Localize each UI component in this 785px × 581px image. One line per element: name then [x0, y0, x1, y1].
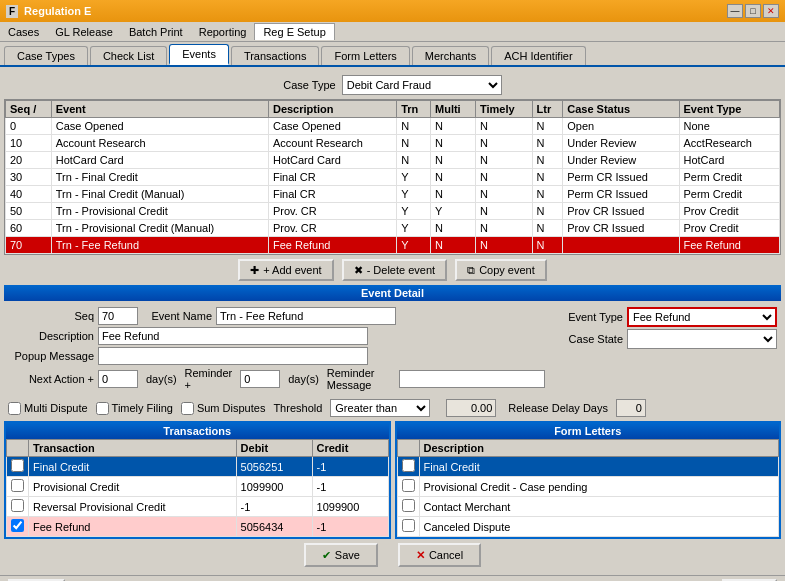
cell-trn: Y [397, 203, 431, 220]
multi-dispute-checkbox[interactable] [8, 402, 21, 415]
cell-case-status: Prov CR Issued [563, 220, 679, 237]
table-row[interactable]: 10 Account Research Account Research N N… [6, 135, 780, 152]
transactions-scroll[interactable]: Transaction Debit Credit Final Credit 50… [6, 439, 389, 537]
delete-event-button[interactable]: ✖ - Delete event [342, 259, 447, 281]
seq-row: Seq Event Name [4, 307, 545, 325]
cell-case-status: Perm CR Issued [563, 186, 679, 203]
tx-checkbox[interactable] [11, 499, 24, 512]
form-letters-scroll[interactable]: Description Final Credit Provisional Cre… [397, 439, 780, 537]
col-event: Event [51, 101, 268, 118]
reminder-input[interactable] [240, 370, 280, 388]
events-table-container: Seq / Event Description Trn Multi Timely… [4, 99, 781, 255]
fl-desc-cell: Final Credit [419, 457, 779, 477]
case-state-select[interactable] [627, 329, 777, 349]
menu-reg-e-setup[interactable]: Reg E Setup [254, 23, 334, 40]
form-letters-header: Form Letters [397, 423, 780, 439]
event-name-input[interactable] [216, 307, 396, 325]
table-row[interactable]: 50 Trn - Provisional Credit Prov. CR Y Y… [6, 203, 780, 220]
list-item[interactable]: Provisional Credit 1099900 -1 [7, 477, 389, 497]
fl-checkbox[interactable] [402, 459, 415, 472]
threshold-select[interactable]: Greater than [330, 399, 430, 417]
timely-filing-label[interactable]: Timely Filing [96, 402, 173, 415]
col-seq: Seq / [6, 101, 52, 118]
sum-disputes-checkbox[interactable] [181, 402, 194, 415]
reminder-message-input[interactable] [399, 370, 545, 388]
table-row[interactable]: 0 Case Opened Case Opened N N N N Open N… [6, 118, 780, 135]
tab-ach-identifier[interactable]: ACH Identifier [491, 46, 585, 65]
events-table: Seq / Event Description Trn Multi Timely… [5, 100, 780, 254]
cell-event-type: Fee Refund [679, 237, 780, 254]
tab-events[interactable]: Events [169, 44, 229, 65]
fl-checkbox[interactable] [402, 519, 415, 532]
description-label: Description [4, 330, 94, 342]
case-type-select[interactable]: Debit Card Fraud ATM Dispute Other [342, 75, 502, 95]
seq-input[interactable] [98, 307, 138, 325]
fl-desc-cell: Contact Merchant [419, 497, 779, 517]
table-row[interactable]: 30 Trn - Final Credit Final CR Y N N N P… [6, 169, 780, 186]
table-row[interactable]: 20 HotCard Card HotCard Card N N N N Und… [6, 152, 780, 169]
copy-event-button[interactable]: ⧉ Copy event [455, 259, 547, 281]
tab-form-letters[interactable]: Form Letters [321, 46, 409, 65]
save-button[interactable]: ✔ Save [304, 543, 378, 567]
cell-multi: N [431, 169, 476, 186]
description-input[interactable] [98, 327, 368, 345]
list-item[interactable]: Canceled Dispute [397, 517, 779, 537]
cell-timely: N [475, 169, 532, 186]
transactions-table: Transaction Debit Credit Final Credit 50… [6, 439, 389, 537]
menu-reporting[interactable]: Reporting [191, 24, 255, 40]
minimize-button[interactable]: — [727, 4, 743, 18]
cell-event: Trn - Final Credit (Manual) [51, 186, 268, 203]
list-item[interactable]: Contact Merchant [397, 497, 779, 517]
tab-check-list[interactable]: Check List [90, 46, 167, 65]
cell-ltr: N [532, 203, 563, 220]
menu-batch-print[interactable]: Batch Print [121, 24, 191, 40]
multi-dispute-label[interactable]: Multi Dispute [8, 402, 88, 415]
cell-multi: N [431, 152, 476, 169]
cell-timely: N [475, 135, 532, 152]
tab-merchants[interactable]: Merchants [412, 46, 489, 65]
maximize-button[interactable]: □ [745, 4, 761, 18]
sum-disputes-label[interactable]: Sum Disputes [181, 402, 265, 415]
cell-ltr: N [532, 169, 563, 186]
add-event-button[interactable]: ✚ + Add event [238, 259, 333, 281]
next-action-input[interactable] [98, 370, 138, 388]
event-detail-right: Event Type Fee Refund Case State [553, 305, 781, 393]
checkbox-row: Multi Dispute Timely Filing Sum Disputes… [4, 397, 781, 419]
release-delay-input[interactable] [616, 399, 646, 417]
list-item[interactable]: Final Credit [397, 457, 779, 477]
fl-checkbox[interactable] [402, 499, 415, 512]
main-content: Case Type Debit Card Fraud ATM Dispute O… [0, 67, 785, 575]
cell-event-type: Prov Credit [679, 220, 780, 237]
close-button[interactable]: ✕ [763, 4, 779, 18]
cell-event-type: None [679, 118, 780, 135]
cell-seq: 10 [6, 135, 52, 152]
lower-section: Transactions Transaction Debit Credit [4, 421, 781, 539]
menu-cases[interactable]: Cases [0, 24, 47, 40]
form-letters-table: Description Final Credit Provisional Cre… [397, 439, 780, 537]
cancel-button[interactable]: ✕ Cancel [398, 543, 481, 567]
tx-checkbox[interactable] [11, 479, 24, 492]
cell-timely: N [475, 203, 532, 220]
list-item[interactable]: Fee Refund 5056434 -1 [7, 517, 389, 537]
table-row[interactable]: 70 Trn - Fee Refund Fee Refund Y N N N F… [6, 237, 780, 254]
list-item[interactable]: Reversal Provisional Credit -1 1099900 [7, 497, 389, 517]
cell-case-status [563, 237, 679, 254]
table-row[interactable]: 40 Trn - Final Credit (Manual) Final CR … [6, 186, 780, 203]
event-type-select[interactable]: Fee Refund [627, 307, 777, 327]
list-item[interactable]: Final Credit 5056251 -1 [7, 457, 389, 477]
trx-col-transaction: Transaction [29, 440, 237, 457]
tx-credit-cell: 1099900 [312, 497, 388, 517]
case-type-label: Case Type [283, 79, 335, 91]
table-row[interactable]: 60 Trn - Provisional Credit (Manual) Pro… [6, 220, 780, 237]
fl-col-description: Description [419, 440, 779, 457]
tab-transactions[interactable]: Transactions [231, 46, 320, 65]
menu-gl-release[interactable]: GL Release [47, 24, 121, 40]
fl-checkbox[interactable] [402, 479, 415, 492]
list-item[interactable]: Provisional Credit - Case pending [397, 477, 779, 497]
popup-message-input[interactable] [98, 347, 368, 365]
tab-case-types[interactable]: Case Types [4, 46, 88, 65]
tx-checkbox[interactable] [11, 519, 24, 532]
timely-filing-checkbox[interactable] [96, 402, 109, 415]
tx-checkbox[interactable] [11, 459, 24, 472]
threshold-amount-input[interactable] [446, 399, 496, 417]
